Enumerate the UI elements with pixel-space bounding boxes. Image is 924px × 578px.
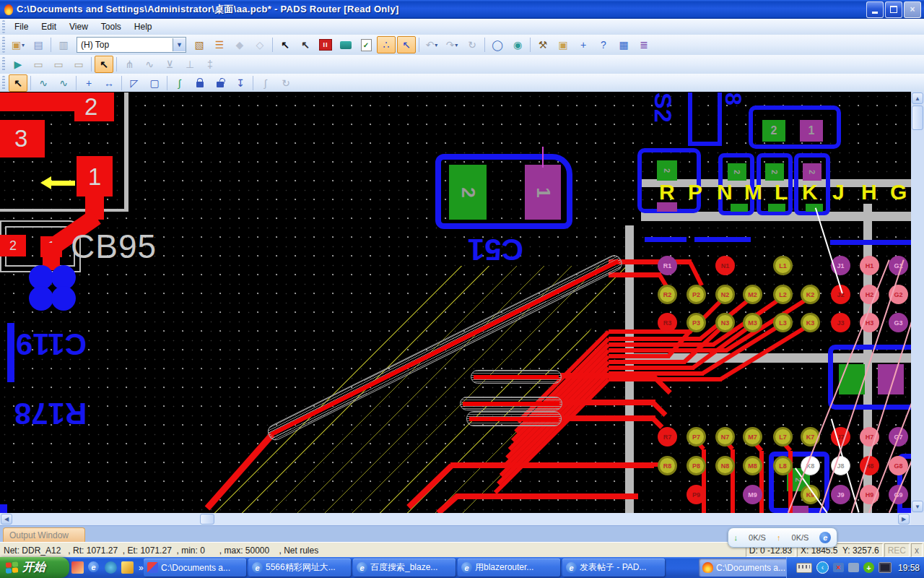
corner-blue[interactable]: [0, 504, 7, 513]
minimize-button[interactable]: [866, 1, 884, 18]
route-trace[interactable]: [609, 366, 694, 370]
toolbar-grip[interactable]: [2, 76, 5, 90]
bga-pad-R1[interactable]: R1: [658, 256, 677, 275]
bga-pad-L2[interactable]: L2: [773, 285, 793, 304]
quicklaunch-messenger-icon[interactable]: [105, 561, 117, 574]
vertical-scrollbar[interactable]: ▲ ▼: [911, 92, 924, 513]
route-trace[interactable]: [609, 354, 670, 358]
menu-tools[interactable]: Tools: [95, 20, 128, 34]
bga-pad-R7[interactable]: R7: [658, 427, 677, 447]
quicklaunch-ie-icon[interactable]: e: [88, 561, 100, 574]
zoom-icon[interactable]: ◯: [488, 36, 507, 53]
smd-pad[interactable]: [768, 204, 785, 212]
pcb-canvas[interactable]: 21212222223121CB95C119R178C51S28R1N1L1J1…: [0, 92, 911, 513]
bga-pad-M7[interactable]: M7: [743, 427, 762, 447]
list-icon[interactable]: ☰: [210, 36, 229, 53]
scroll-right-button[interactable]: ▶: [898, 514, 910, 525]
route-trace[interactable]: [456, 493, 638, 499]
filter-icon[interactable]: ◇: [250, 36, 269, 53]
tune-serpentine-icon[interactable]: ∿: [34, 74, 53, 92]
close-button[interactable]: ×: [904, 1, 921, 18]
corner-select-icon[interactable]: ◸: [125, 74, 144, 92]
route-bundle-icon[interactable]: ∿: [140, 56, 159, 73]
cb95-pad[interactable]: 2: [0, 235, 26, 256]
redo-icon[interactable]: ↷▾: [443, 36, 461, 53]
task-button-1[interactable]: e5566精彩网址大...: [248, 558, 351, 577]
output-window-tab[interactable]: Output Window: [3, 527, 85, 543]
bga-pad-N1[interactable]: N1: [715, 256, 735, 275]
ie-browser-icon[interactable]: e: [819, 532, 831, 543]
outline-seg3[interactable]: [830, 240, 911, 245]
task-button-4[interactable]: e发表帖子 - PAD...: [562, 558, 665, 577]
zoom-area-icon[interactable]: ◉: [508, 36, 527, 53]
bga-pad-N3[interactable]: N3: [715, 313, 735, 332]
start-button[interactable]: 开始: [0, 557, 69, 578]
outline-seg1[interactable]: [645, 237, 687, 242]
bga-pad-G9[interactable]: G9: [889, 485, 908, 504]
smd-pad[interactable]: 2: [765, 163, 784, 181]
security-shield-icon[interactable]: +: [863, 562, 874, 573]
measure-arrow-head[interactable]: [40, 176, 51, 189]
save-icon[interactable]: ▤: [29, 36, 48, 53]
route-trace[interactable]: [652, 401, 668, 417]
pause-drc-icon[interactable]: II: [316, 36, 335, 53]
spreadsheet-check-icon[interactable]: ✓: [357, 36, 375, 53]
route-trace[interactable]: [688, 262, 703, 287]
menu-help[interactable]: Help: [128, 20, 159, 34]
measure-arrow-shaft[interactable]: [51, 181, 75, 186]
route-swap-icon[interactable]: ⊻: [160, 56, 179, 73]
task-button-5[interactable]: C:\Documents a...: [699, 558, 790, 577]
bga-pad-H8[interactable]: H8: [860, 456, 879, 475]
bga-pad-K2[interactable]: K2: [801, 285, 820, 304]
bga-pad-M2[interactable]: M2: [743, 285, 762, 304]
sheets-icon[interactable]: ▣: [554, 36, 572, 53]
tune-accordion-icon[interactable]: ∿: [54, 74, 73, 92]
tuned-trace-bundle[interactable]: [471, 370, 562, 384]
bga-pad-N7[interactable]: N7: [715, 427, 735, 447]
bga-pad-R8[interactable]: R8: [658, 456, 677, 475]
bga-pad-G8[interactable]: G8: [889, 456, 908, 475]
net-speed-widget[interactable]: ↓ 0K/S ↑ 0K/S e: [728, 527, 837, 548]
board-outline-v[interactable]: [124, 92, 128, 210]
smooth-trace-icon[interactable]: ∫: [170, 74, 189, 92]
bga-pad-P7[interactable]: P7: [687, 427, 706, 447]
toolbar-grip[interactable]: [2, 20, 5, 33]
combo-dropdown-icon[interactable]: ▼: [173, 38, 186, 51]
bga-pad-L8[interactable]: L8: [773, 456, 793, 475]
route-trace[interactable]: [609, 360, 686, 364]
pause-gray-icon[interactable]: ▭: [29, 56, 48, 73]
bga-pad-G3[interactable]: G3: [889, 313, 908, 332]
bga-pad-H2[interactable]: H2: [860, 285, 879, 304]
route-trace[interactable]: [652, 417, 664, 429]
route-trace[interactable]: [609, 371, 704, 376]
open-icon[interactable]: ▣▾: [9, 36, 27, 53]
layer-combo[interactable]: (H) Top▼: [77, 37, 186, 53]
smd-pad[interactable]: [731, 204, 748, 212]
bga-pad-N8[interactable]: N8: [715, 456, 735, 475]
route-start-icon[interactable]: ⋔: [120, 56, 139, 73]
print-icon[interactable]: ▥: [54, 36, 73, 53]
smd-pad[interactable]: 2: [449, 165, 487, 220]
tools-hammer-icon[interactable]: ⚒: [533, 36, 552, 53]
smd-pad[interactable]: 1: [800, 120, 823, 142]
autorouter-icon[interactable]: [336, 36, 355, 53]
bga-pad-P9[interactable]: P9: [687, 485, 706, 504]
menu-edit[interactable]: Edit: [35, 20, 63, 34]
tray-collapse-icon[interactable]: ‹: [816, 561, 829, 574]
scroll-up-button[interactable]: ▲: [912, 92, 923, 104]
stop-gray-icon[interactable]: ▭: [49, 56, 68, 73]
bga-pad-L3[interactable]: L3: [773, 313, 793, 332]
keyboard-layout-icon[interactable]: [796, 563, 812, 573]
route-trace[interactable]: [609, 377, 722, 381]
silk-bar[interactable]: [7, 323, 14, 382]
bga-pad-N2[interactable]: N2: [715, 285, 735, 304]
task-button-2[interactable]: e百度搜索_blaze...: [353, 558, 456, 577]
quicklaunch-chevron-icon[interactable]: »: [139, 563, 144, 573]
smd-pad[interactable]: [806, 204, 823, 212]
horizontal-scroll-thumb[interactable]: [200, 514, 214, 525]
table-icon[interactable]: ▦: [614, 36, 633, 53]
properties-icon[interactable]: ▧: [190, 36, 209, 53]
task-button-3[interactable]: e用blazerouter...: [458, 558, 560, 577]
via-cluster[interactable]: [29, 286, 53, 311]
title-bar[interactable]: C:\Documents and Settings\Administrator\…: [0, 0, 924, 19]
